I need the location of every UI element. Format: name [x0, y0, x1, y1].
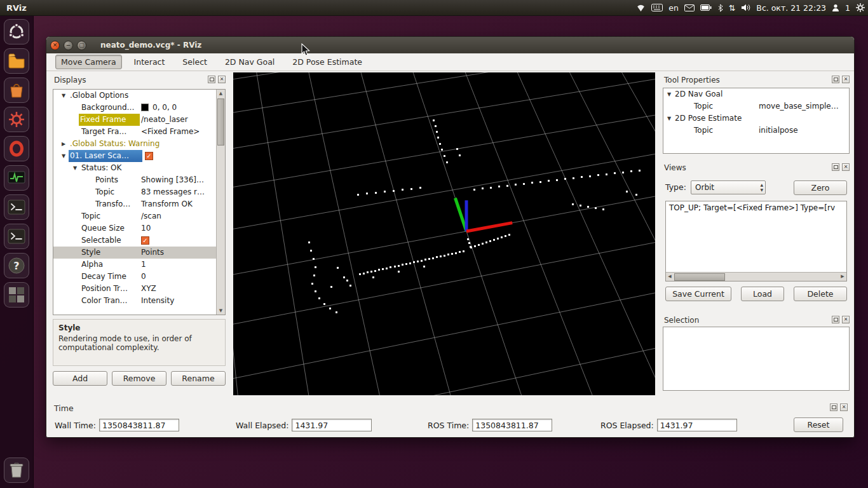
- tool-properties-row[interactable]: ▼2D Pose Estimate: [663, 112, 849, 125]
- displays-tree-row[interactable]: Decay Time0: [53, 271, 225, 283]
- user-icon[interactable]: [832, 4, 839, 12]
- tool-interact[interactable]: Interact: [128, 55, 171, 69]
- tree-value[interactable]: /neato_laser: [141, 114, 188, 126]
- launcher-dash-home-icon[interactable]: [4, 19, 29, 44]
- displays-tree-row[interactable]: ▶.Global Status: Warning: [53, 138, 225, 150]
- tree-value[interactable]: initialpose: [759, 125, 798, 137]
- close-icon[interactable]: ✕: [842, 316, 850, 323]
- undock-icon[interactable]: [208, 76, 215, 83]
- launcher-terminal-2-icon[interactable]: [4, 224, 29, 249]
- tree-value[interactable]: Intensity: [141, 295, 174, 307]
- launcher-terminal-icon[interactable]: [4, 194, 29, 220]
- tree-value[interactable]: Showing [336]…: [141, 174, 204, 186]
- launcher-opera-icon[interactable]: [4, 136, 29, 161]
- rename-button[interactable]: Rename: [171, 371, 226, 386]
- tool-properties-row[interactable]: Topicinitialpose: [663, 125, 849, 137]
- tree-value[interactable]: 1: [141, 259, 146, 271]
- tree-expand-arrow-icon[interactable]: ▼: [667, 88, 671, 100]
- displays-tree-row[interactable]: Color Tran…Intensity: [53, 295, 225, 307]
- save-current-button[interactable]: Save Current: [665, 287, 731, 301]
- horizontal-scrollbar[interactable]: ◀ ▶: [666, 272, 846, 281]
- scrollbar-thumb[interactable]: [674, 273, 725, 281]
- displays-tree-row[interactable]: Transfo…Transform OK: [53, 198, 225, 210]
- bluetooth-icon[interactable]: [717, 4, 723, 12]
- launcher-system-settings-icon[interactable]: [4, 107, 29, 132]
- displays-tree-row[interactable]: Selectable✓: [53, 234, 225, 247]
- tree-value[interactable]: XYZ: [141, 283, 156, 295]
- close-icon[interactable]: ✕: [840, 403, 848, 411]
- view-type-dropdown[interactable]: Orbit ▲▼: [691, 180, 766, 194]
- delete-button[interactable]: Delete: [794, 287, 847, 301]
- tree-expand-arrow-icon[interactable]: ▼: [62, 150, 65, 162]
- displays-tree-row[interactable]: Target Fra…<Fixed Frame>: [53, 126, 225, 138]
- scrollbar-thumb[interactable]: [217, 98, 224, 146]
- window-maximize-button[interactable]: ▢: [77, 41, 86, 50]
- views-list-item[interactable]: TOP_UP; Target=[<Fixed Frame>] Type=[rv: [666, 201, 846, 214]
- sync-arrows-icon[interactable]: ⇅: [729, 3, 735, 13]
- tree-value[interactable]: Points: [141, 247, 164, 259]
- ros-elapsed-field[interactable]: [657, 419, 737, 431]
- close-icon[interactable]: ✕: [842, 163, 850, 171]
- tool-move-camera[interactable]: Move Camera: [55, 55, 122, 69]
- load-button[interactable]: Load: [741, 287, 784, 301]
- tree-value[interactable]: /scan: [141, 210, 161, 222]
- launcher-trash-icon[interactable]: [4, 458, 29, 483]
- tree-value[interactable]: <Fixed Frame>: [141, 126, 200, 138]
- displays-tree-row[interactable]: PointsShowing [336]…: [53, 174, 225, 186]
- displays-tree-row[interactable]: ▼Status: OK: [53, 162, 225, 174]
- tree-value[interactable]: move_base_simple…: [759, 100, 839, 112]
- close-icon[interactable]: ✕: [842, 76, 850, 83]
- tree-value[interactable]: 10: [141, 222, 151, 234]
- displays-tree-row[interactable]: ▼01. Laser Sca…✓: [53, 150, 225, 162]
- launcher-files-icon[interactable]: [4, 48, 29, 74]
- tree-value[interactable]: 83 messages r…: [141, 186, 205, 198]
- views-list[interactable]: TOP_UP; Target=[<Fixed Frame>] Type=[rv …: [665, 201, 847, 281]
- undock-icon[interactable]: [830, 403, 837, 411]
- displays-tree-row[interactable]: Background…0, 0, 0: [53, 102, 225, 114]
- session-gear-icon[interactable]: [856, 3, 865, 12]
- launcher-workspace-switcher-icon[interactable]: [4, 282, 29, 308]
- reset-button[interactable]: Reset: [794, 417, 843, 432]
- undock-icon[interactable]: [832, 76, 839, 83]
- displays-tree-row[interactable]: Topic/scan: [53, 210, 225, 222]
- tree-value[interactable]: 0: [141, 271, 146, 283]
- window-close-button[interactable]: ✕: [50, 41, 60, 50]
- scroll-right-icon[interactable]: ▶: [839, 273, 846, 280]
- tool-2d-pose-estimate[interactable]: 2D Pose Estimate: [287, 55, 368, 69]
- window-titlebar[interactable]: ✕ − ▢ neato_demo.vcg* - RViz: [46, 37, 854, 54]
- tree-expand-arrow-icon[interactable]: ▶: [62, 138, 65, 150]
- launcher-help-icon[interactable]: ?: [4, 253, 29, 278]
- tool-2d-nav-goal[interactable]: 2D Nav Goal: [219, 55, 280, 69]
- zero-button[interactable]: Zero: [794, 180, 847, 195]
- tree-expand-arrow-icon[interactable]: ▼: [667, 112, 671, 125]
- displays-tree-row[interactable]: Position Tr…XYZ: [53, 283, 225, 295]
- remove-button[interactable]: Remove: [112, 371, 166, 386]
- checkbox[interactable]: ✓: [141, 236, 149, 245]
- keyboard-layout-label[interactable]: en: [668, 3, 679, 13]
- volume-icon[interactable]: [741, 4, 750, 11]
- keyboard-icon[interactable]: [651, 4, 663, 11]
- tree-value[interactable]: 0, 0, 0: [153, 102, 177, 114]
- scroll-left-icon[interactable]: ◀: [666, 273, 674, 280]
- launcher-system-monitor-icon[interactable]: [4, 165, 29, 191]
- battery-icon[interactable]: [700, 4, 712, 11]
- undock-icon[interactable]: [832, 163, 839, 171]
- tool-select[interactable]: Select: [177, 55, 213, 69]
- close-icon[interactable]: ✕: [218, 76, 226, 83]
- displays-tree-row[interactable]: Queue Size10: [53, 222, 225, 234]
- network-icon[interactable]: [636, 4, 646, 12]
- window-minimize-button[interactable]: −: [64, 41, 73, 50]
- tree-value[interactable]: Transform OK: [141, 198, 193, 210]
- displays-tree-row[interactable]: ▼.Global Options: [53, 90, 225, 102]
- displays-tree-row[interactable]: StylePoints: [53, 247, 225, 259]
- vertical-scrollbar[interactable]: ▲ ▼: [216, 90, 225, 315]
- wall-elapsed-field[interactable]: [292, 419, 372, 431]
- tool-properties-row[interactable]: Topicmove_base_simple…: [663, 100, 849, 112]
- displays-tree-row[interactable]: Topic83 messages r…: [53, 186, 225, 198]
- scroll-down-icon[interactable]: ▼: [217, 307, 225, 315]
- topbar-app-name[interactable]: RViz: [6, 3, 27, 13]
- scroll-up-icon[interactable]: ▲: [217, 90, 225, 97]
- add-button[interactable]: Add: [53, 371, 107, 386]
- 3d-viewport[interactable]: [233, 72, 655, 395]
- tree-expand-arrow-icon[interactable]: ▼: [62, 90, 65, 102]
